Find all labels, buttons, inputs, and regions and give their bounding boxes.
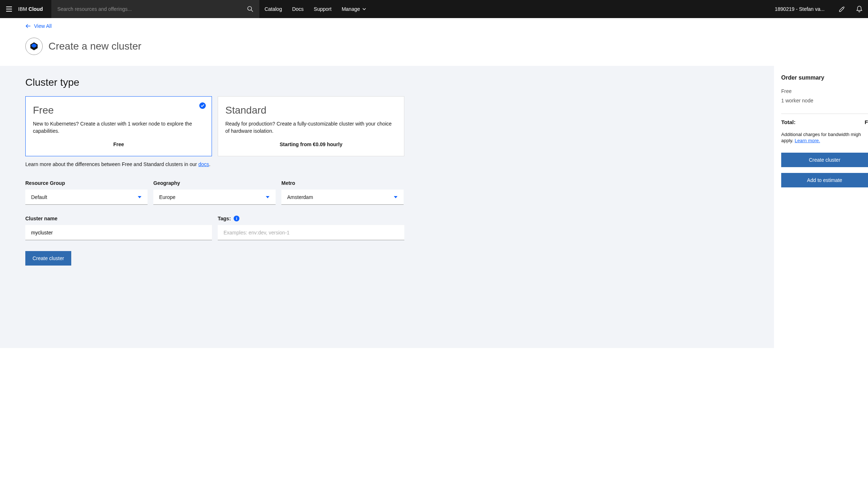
nav-links: Catalog Docs Support Manage (259, 0, 371, 18)
info-icon[interactable]: i (234, 216, 239, 221)
nav-docs[interactable]: Docs (287, 0, 309, 18)
top-navbar: IBM Cloud Catalog Docs Support Manage 18… (0, 0, 868, 18)
learn-more-link[interactable]: Learn more. (795, 138, 820, 143)
summary-create-button[interactable]: Create cluster (781, 153, 868, 167)
summary-block: Free 1 worker node (781, 88, 868, 114)
input-cluster-name[interactable] (31, 230, 206, 236)
search-icon (247, 6, 254, 12)
card-free-title: Free (33, 105, 204, 116)
service-logo (25, 38, 43, 55)
account-selector[interactable]: 1890219 - Stefan va... (766, 6, 833, 12)
nav-catalog[interactable]: Catalog (259, 0, 287, 18)
field-metro: Metro Amsterdam (281, 180, 404, 205)
summary-note-2: apply. (781, 138, 795, 143)
input-tags[interactable] (224, 230, 399, 236)
summary-workers: 1 worker node (781, 98, 868, 103)
summary-total-row: Total: F (781, 119, 868, 125)
card-standard-price: Starting from €0.09 hourly (225, 141, 397, 147)
card-free-price: Free (33, 141, 204, 147)
search-input[interactable] (57, 6, 244, 12)
input-wrap-tags (218, 225, 404, 240)
edit-button[interactable] (833, 0, 851, 18)
chevron-down-icon (362, 7, 366, 11)
field-cluster-name: Cluster name (25, 216, 212, 240)
order-summary-panel: Order summary Free 1 worker node Total: … (774, 66, 868, 348)
back-link-label: View All (34, 23, 52, 29)
caret-down-icon (137, 195, 142, 199)
page-title: Create a new cluster (48, 41, 141, 52)
brand[interactable]: IBM Cloud (18, 6, 51, 12)
pencil-icon (838, 5, 846, 13)
svg-point-0 (248, 7, 252, 10)
summary-total-label: Total: (781, 119, 796, 125)
cluster-type-cards: Free New to Kubernetes? Create a cluster… (25, 96, 749, 156)
field-tags: Tags: i (218, 216, 404, 240)
nav-manage-label: Manage (342, 6, 360, 12)
location-fields-row: Resource Group Default Geography Europe … (25, 180, 749, 205)
value-resource-group: Default (31, 194, 47, 200)
label-geography: Geography (153, 180, 276, 186)
kubernetes-icon (29, 41, 39, 51)
summary-note: Additional charges for bandwidth migh ap… (781, 132, 868, 144)
summary-total-value: F (865, 119, 868, 125)
label-metro: Metro (281, 180, 404, 186)
hamburger-icon (5, 5, 13, 13)
helper-link[interactable]: docs (198, 161, 209, 167)
checkmark-filled-icon (199, 102, 206, 109)
menu-button[interactable] (0, 0, 18, 18)
helper-prefix: Learn more about the differences between… (25, 161, 198, 167)
label-resource-group: Resource Group (25, 180, 148, 186)
add-to-estimate-button[interactable]: Add to estimate (781, 173, 868, 187)
label-tags-text: Tags: (218, 216, 231, 221)
nav-manage[interactable]: Manage (337, 0, 372, 18)
label-cluster-name: Cluster name (25, 216, 212, 221)
brand-suffix: Cloud (29, 6, 43, 12)
caret-down-icon (393, 195, 398, 199)
brand-prefix: IBM (18, 6, 27, 12)
main-content: Cluster type Free New to Kubernetes? Cre… (0, 66, 774, 348)
cluster-type-heading: Cluster type (25, 77, 749, 88)
value-geography: Europe (159, 194, 175, 200)
summary-plan: Free (781, 88, 868, 94)
create-cluster-button[interactable]: Create cluster (25, 251, 71, 266)
select-resource-group[interactable]: Default (25, 190, 148, 205)
field-geography: Geography Europe (153, 180, 276, 205)
card-standard-title: Standard (225, 105, 397, 116)
arrow-left-icon (25, 23, 31, 29)
name-fields-row: Cluster name Tags: i (25, 216, 749, 240)
card-free[interactable]: Free New to Kubernetes? Create a cluster… (25, 96, 212, 156)
helper-suffix: . (209, 161, 210, 167)
input-wrap-cluster-name (25, 225, 212, 240)
search-container (51, 0, 259, 18)
nav-support[interactable]: Support (309, 0, 337, 18)
select-geography[interactable]: Europe (153, 190, 276, 205)
title-row: Create a new cluster (25, 38, 843, 55)
cluster-type-helper: Learn more about the differences between… (25, 161, 749, 167)
select-metro[interactable]: Amsterdam (281, 190, 404, 205)
value-metro: Amsterdam (287, 194, 313, 200)
caret-down-icon (265, 195, 270, 199)
card-free-desc: New to Kubernetes? Create a cluster with… (33, 120, 204, 135)
label-tags: Tags: i (218, 216, 404, 221)
summary-title: Order summary (781, 75, 868, 81)
page-header: View All Create a new cluster (0, 18, 868, 66)
back-link[interactable]: View All (25, 23, 843, 29)
card-standard-desc: Ready for production? Create a fully-cus… (225, 120, 397, 135)
notifications-button[interactable] (851, 0, 868, 18)
field-resource-group: Resource Group Default (25, 180, 148, 205)
layout: Cluster type Free New to Kubernetes? Cre… (0, 66, 868, 348)
summary-note-1: Additional charges for bandwidth migh (781, 132, 861, 137)
bell-icon (856, 5, 863, 13)
card-standard[interactable]: Standard Ready for production? Create a … (218, 96, 404, 156)
